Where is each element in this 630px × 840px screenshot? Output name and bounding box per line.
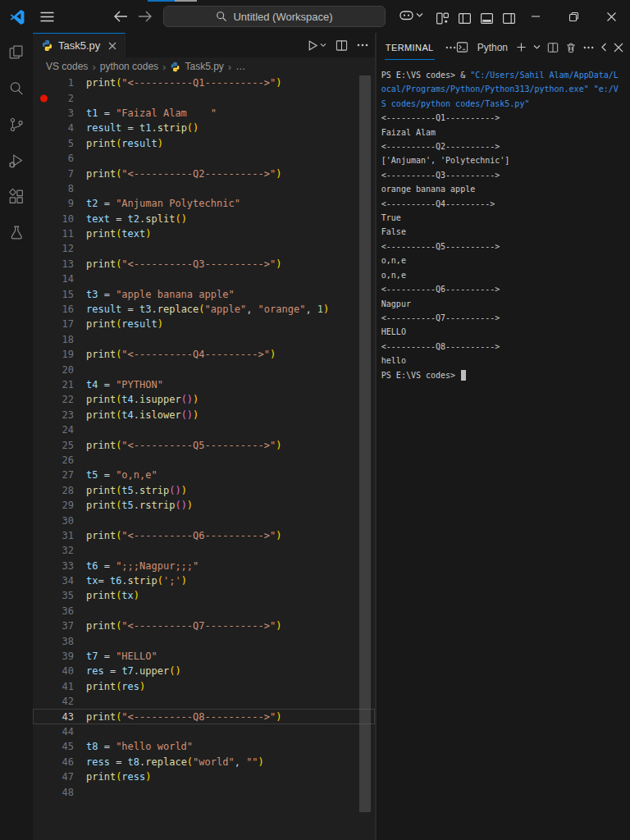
code-line[interactable]: 31print("<----------Q6---------->") (33, 528, 375, 543)
code-line[interactable]: 21t4 = "PYTHON" (33, 377, 375, 392)
code-line[interactable]: 9t2 = "Anjuman Polytechnic" (33, 196, 375, 211)
customize-layout-icon[interactable] (433, 9, 451, 27)
chevron-left-icon[interactable] (600, 43, 607, 52)
line-number[interactable]: 32 (33, 545, 86, 556)
tab-close-icon[interactable] (108, 42, 116, 50)
line-number[interactable]: 14 (33, 273, 86, 285)
code-line[interactable]: 24 (33, 422, 375, 437)
restore-button[interactable] (555, 0, 592, 33)
testing-icon[interactable] (0, 215, 33, 251)
menu-icon[interactable] (38, 7, 56, 25)
code-line[interactable]: 15t3 = "apple banana apple" (33, 286, 375, 301)
line-number[interactable]: 30 (33, 515, 86, 527)
line-number[interactable]: 29 (33, 500, 86, 511)
toggle-secondary-sidebar-icon[interactable] (500, 9, 518, 27)
code-line[interactable]: 6 (33, 151, 375, 166)
code-line[interactable]: 8 (33, 181, 375, 196)
line-number[interactable]: 24 (33, 424, 86, 436)
code-line[interactable]: 47print(ress) (33, 769, 375, 784)
extensions-icon[interactable] (0, 179, 33, 215)
line-number[interactable]: 21 (33, 379, 86, 390)
breadcrumb-item-subfolder[interactable]: python codes (100, 61, 158, 72)
code-line[interactable]: 27t5 = "o,n,e" (33, 468, 375, 482)
source-control-icon[interactable] (0, 107, 33, 143)
line-number[interactable]: 19 (33, 349, 86, 360)
line-number[interactable]: 33 (33, 560, 86, 572)
line-number[interactable]: 36 (33, 605, 86, 617)
code-line[interactable]: 41print(res) (33, 679, 375, 694)
line-number[interactable]: 38 (33, 636, 86, 647)
line-number[interactable]: 18 (33, 334, 86, 345)
more-actions-icon[interactable] (357, 43, 368, 47)
trash-icon[interactable] (565, 42, 577, 53)
code-line[interactable]: 30 (33, 513, 375, 527)
code-line[interactable]: 28print(t5.strip()) (33, 483, 375, 498)
code-line[interactable]: 43print("<----------Q8---------->") (33, 709, 375, 724)
line-number[interactable]: 47 (33, 771, 86, 783)
code-line[interactable]: 22print(t4.isupper()) (33, 392, 375, 407)
run-dropdown-chevron-icon[interactable] (320, 43, 326, 48)
line-number[interactable]: 45 (33, 741, 86, 752)
line-number[interactable]: 4 (33, 122, 86, 134)
code-line[interactable]: 7print("<----------Q2---------->") (33, 166, 375, 180)
line-number[interactable]: 7 (33, 168, 86, 180)
breadcrumb-item-file[interactable]: Task5.py (185, 61, 223, 72)
code-line[interactable]: 26 (33, 453, 375, 468)
toggle-panel-icon[interactable] (477, 9, 495, 27)
line-number[interactable]: 22 (33, 394, 86, 405)
code-line[interactable]: 45t8 = "hello world" (33, 739, 375, 754)
breadcrumb-item-symbol[interactable]: … (235, 61, 245, 72)
line-number[interactable]: 37 (33, 620, 86, 632)
code-line[interactable]: 38 (33, 633, 375, 648)
line-number[interactable]: 27 (33, 469, 86, 481)
code-line[interactable]: 17print(result) (33, 317, 375, 331)
line-number[interactable]: 17 (33, 318, 86, 330)
line-number[interactable]: 11 (33, 228, 86, 240)
code-line[interactable]: 1print("<----------Q1---------->") (33, 75, 375, 90)
line-number[interactable]: 48 (33, 787, 86, 798)
chevron-down-icon[interactable] (533, 44, 541, 50)
line-number[interactable]: 26 (33, 454, 86, 466)
tab-task5[interactable]: Task5.py (33, 33, 126, 57)
line-number[interactable]: 23 (33, 409, 86, 421)
explorer-icon[interactable] (0, 34, 33, 71)
line-number[interactable]: 46 (33, 756, 86, 768)
code-line[interactable]: 14 (33, 272, 375, 286)
code-line[interactable]: 16result = t3.replace("apple", "orange",… (33, 302, 375, 317)
run-debug-icon[interactable] (0, 143, 33, 179)
line-number[interactable]: 31 (33, 530, 86, 541)
command-center-search[interactable]: Untitled (Workspace) (163, 6, 386, 27)
code-line[interactable]: 13print("<----------Q3---------->") (33, 257, 375, 272)
code-line[interactable]: 2 (33, 90, 375, 105)
close-panel-icon[interactable] (614, 43, 623, 52)
split-editor-icon[interactable] (336, 39, 348, 52)
code-line[interactable]: 19print("<----------Q4--------->") (33, 347, 375, 362)
line-number[interactable]: 25 (33, 440, 86, 451)
code-line[interactable]: 36 (33, 604, 375, 619)
line-number[interactable]: 8 (33, 183, 86, 194)
line-number[interactable]: 15 (33, 289, 86, 300)
line-number[interactable]: 16 (33, 304, 86, 315)
minimize-button[interactable] (517, 0, 555, 33)
copilot-button[interactable] (399, 7, 423, 23)
code-line[interactable]: 20 (33, 362, 375, 377)
line-number[interactable]: 41 (33, 681, 86, 692)
back-arrow-icon[interactable] (112, 7, 130, 25)
close-button[interactable] (592, 0, 630, 33)
line-number[interactable]: 1 (33, 77, 86, 89)
line-number[interactable]: 5 (33, 138, 86, 149)
line-number[interactable]: 43 (33, 711, 86, 723)
line-number[interactable]: 44 (33, 726, 86, 737)
code-line[interactable]: 32 (33, 543, 375, 558)
line-number[interactable]: 39 (33, 651, 86, 662)
line-number[interactable]: 6 (33, 153, 86, 164)
code-line[interactable]: 3t1 = "Faizal Alam " (33, 106, 375, 121)
code-line[interactable]: 11print(text) (33, 226, 375, 241)
line-number[interactable]: 9 (33, 198, 86, 209)
run-button[interactable] (306, 39, 318, 52)
code-line[interactable]: 10text = t2.split() (33, 212, 375, 226)
code-line[interactable]: 39t7 = "HELLO" (33, 649, 375, 664)
more-actions-icon[interactable] (583, 46, 594, 49)
code-line[interactable]: 5print(result) (33, 136, 375, 151)
line-number[interactable]: 2 (33, 93, 86, 104)
